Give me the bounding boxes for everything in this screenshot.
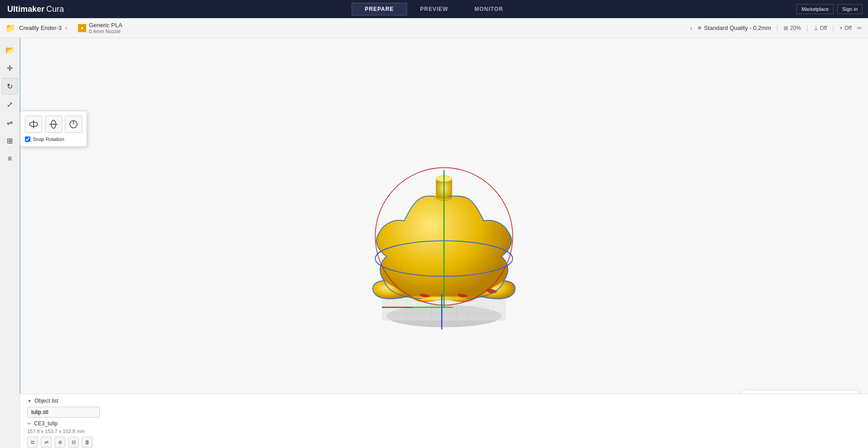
toolbar-right: ‹ ≡ Standard Quality - 0.2mm | ⊞ 20% | ⊥… bbox=[690, 24, 863, 32]
tool-support[interactable]: ⊞ bbox=[2, 132, 18, 149]
logo-area: Ultimaker Cura bbox=[0, 5, 71, 14]
object-list-chevron-icon[interactable]: ▼ bbox=[27, 399, 32, 404]
object-list-header: ▼ Object list bbox=[27, 398, 861, 404]
build-volume-left bbox=[20, 38, 20, 310]
separator-2: | bbox=[806, 24, 808, 32]
printer-area: 📁 Creality Ender-3 ‹ bbox=[5, 23, 67, 33]
material-nozzle: 0.4mm Nozzle bbox=[89, 29, 122, 34]
adhesion-icon: + bbox=[839, 25, 843, 31]
snap-rotation-label: Snap Rotation bbox=[33, 136, 64, 142]
material-area: ● Generic PLA 0.4mm Nozzle bbox=[78, 22, 122, 34]
infill-area: ⊞ 20% bbox=[784, 25, 801, 31]
tool-scale[interactable]: ⤢ bbox=[2, 96, 18, 112]
logo-ultimaker: Ultimaker bbox=[7, 5, 44, 14]
nav-tabs: PREPARE PREVIEW MONITOR bbox=[351, 3, 516, 15]
viewport[interactable]: ⏱ 1 day 3 hours 48 minutes ℹ ▐▐ 168g · 5… bbox=[20, 38, 868, 448]
support-area: ⊥ Off bbox=[814, 25, 827, 31]
nav-right: Marketplace Sign in bbox=[796, 4, 868, 14]
bottom-panel: ▼ Object list ✏ CE3_tulip 157.8 x 153.7 … bbox=[20, 394, 868, 448]
infill-value: 20% bbox=[790, 25, 801, 31]
adhesion-value: Off bbox=[844, 25, 852, 31]
tab-prepare[interactable]: PREPARE bbox=[351, 3, 407, 15]
tool-rotate[interactable]: ↻ bbox=[2, 78, 18, 94]
adhesion-area: + Off bbox=[839, 25, 852, 31]
duplicate-button[interactable]: ⧉ bbox=[27, 437, 38, 448]
rotate-z-button[interactable] bbox=[65, 116, 82, 133]
rotate-x-button[interactable] bbox=[25, 116, 42, 133]
per-model-button[interactable]: ⊕ bbox=[54, 437, 65, 448]
material-info: Generic PLA 0.4mm Nozzle bbox=[89, 22, 122, 34]
tool-open[interactable]: 📂 bbox=[2, 42, 18, 58]
tab-preview[interactable]: PREVIEW bbox=[407, 3, 461, 15]
snap-rotation-row: Snap Rotation bbox=[25, 136, 82, 142]
snap-rotation-checkbox[interactable] bbox=[25, 136, 30, 142]
left-sidebar: 📂 ✛ ↻ ⤢ ⇌ ⊞ ≡ Snap Rotation bbox=[0, 38, 20, 448]
rotate-y-button[interactable] bbox=[45, 116, 62, 133]
separator-1: | bbox=[776, 24, 778, 32]
printer-name: Creality Ender-3 bbox=[19, 24, 62, 31]
main-area: 📂 ✛ ↻ ⤢ ⇌ ⊞ ≡ Snap Rotation bbox=[0, 38, 868, 448]
toolbar: 📁 Creality Ender-3 ‹ ● Generic PLA 0.4mm… bbox=[0, 18, 868, 38]
delete-button[interactable]: 🗑 bbox=[82, 437, 93, 448]
folder-icon[interactable]: 📁 bbox=[5, 23, 15, 33]
material-symbol: ● bbox=[81, 25, 83, 30]
material-name: Generic PLA bbox=[89, 22, 122, 29]
separator-3: | bbox=[833, 24, 834, 32]
tool-move[interactable]: ✛ bbox=[2, 60, 18, 76]
rotation-tools bbox=[25, 116, 82, 133]
support-button[interactable]: ⊟ bbox=[68, 437, 79, 448]
object-dimensions: 157.8 x 153.7 x 152.8 mm bbox=[27, 429, 861, 434]
tool-layers[interactable]: ≡ bbox=[2, 151, 18, 167]
support-value: Off bbox=[820, 25, 827, 31]
signin-button[interactable]: Sign in bbox=[837, 4, 863, 14]
model-svg bbox=[353, 143, 535, 343]
top-navigation: Ultimaker Cura PREPARE PREVIEW MONITOR M… bbox=[0, 0, 868, 18]
marketplace-button[interactable]: Marketplace bbox=[796, 4, 834, 14]
model-container bbox=[353, 143, 535, 343]
pencil-icon: ✏ bbox=[27, 421, 31, 427]
quality-profile: ≡ Standard Quality - 0.2mm bbox=[698, 24, 771, 31]
material-icon: ● bbox=[78, 24, 86, 32]
infill-icon: ⊞ bbox=[784, 25, 788, 31]
object-actions: ⧉ ⇌ ⊕ ⊟ 🗑 bbox=[27, 437, 861, 448]
quality-label: Standard Quality - 0.2mm bbox=[704, 24, 771, 31]
profile-chevron-icon[interactable]: ‹ bbox=[690, 24, 692, 32]
edit-icon[interactable]: ✏ bbox=[857, 24, 863, 32]
support-icon: ⊥ bbox=[814, 25, 818, 31]
printer-chevron-icon[interactable]: ‹ bbox=[65, 25, 67, 31]
tool-mirror[interactable]: ⇌ bbox=[2, 114, 18, 131]
object-list-label: Object list bbox=[34, 398, 59, 404]
object-name-input[interactable] bbox=[27, 407, 100, 418]
logo-cura: Cura bbox=[46, 5, 64, 14]
quality-icon: ≡ bbox=[698, 24, 702, 31]
mirror-button[interactable]: ⇌ bbox=[41, 437, 52, 448]
object-label-row: ✏ CE3_tulip bbox=[27, 420, 861, 427]
tab-monitor[interactable]: MONITOR bbox=[461, 3, 516, 15]
object-label-name: CE3_tulip bbox=[34, 420, 58, 427]
rotation-popup: Snap Rotation bbox=[20, 111, 87, 147]
